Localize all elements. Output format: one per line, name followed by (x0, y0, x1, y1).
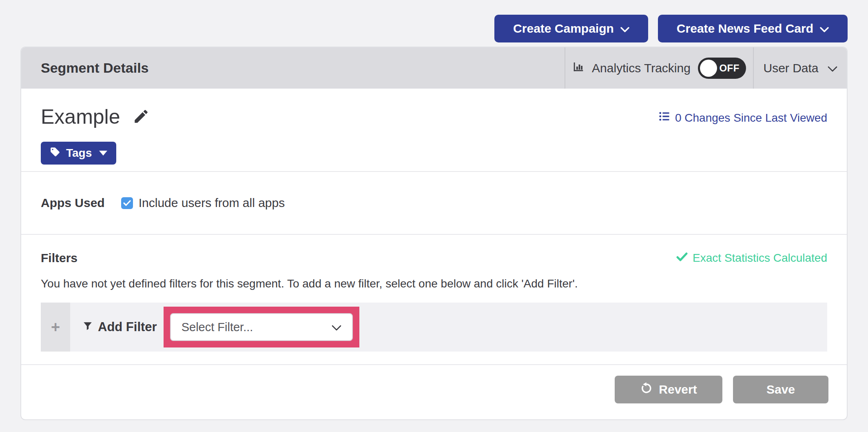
segment-name: Example (41, 105, 120, 129)
user-data-label: User Data (763, 61, 818, 75)
apps-used-section: Apps Used Include users from all apps (21, 172, 847, 235)
add-filter-button-label: Add Filter (98, 320, 157, 334)
filter-select[interactable]: Select Filter... (170, 313, 353, 341)
check-icon (676, 252, 688, 265)
create-news-feed-card-button[interactable]: Create News Feed Card (658, 15, 848, 42)
edit-segment-name-button[interactable] (133, 108, 150, 126)
filters-heading: Filters (41, 251, 78, 265)
segment-title-section: Example (21, 89, 847, 172)
user-data-dropdown[interactable]: User Data (753, 47, 847, 89)
revert-button[interactable]: Revert (615, 376, 722, 403)
card-footer: Revert Save (21, 365, 847, 419)
tags-button-label: Tags (66, 147, 92, 160)
card-header: Segment Details Analytics Tracking OFF (21, 47, 847, 89)
chevron-down-icon (332, 321, 341, 334)
chevron-down-icon (828, 61, 837, 75)
toggle-knob (700, 60, 717, 77)
revert-icon (640, 382, 652, 397)
create-campaign-label: Create Campaign (513, 22, 614, 36)
create-news-feed-card-label: Create News Feed Card (677, 22, 813, 36)
select-filter-highlight: Select Filter... (164, 307, 359, 347)
add-filter-plus-button[interactable]: + (41, 303, 70, 352)
changes-since-last-viewed-link[interactable]: 0 Changes Since Last Viewed (659, 111, 827, 125)
filters-empty-message: You have not yet defined filters for thi… (41, 277, 827, 290)
toggle-state-label: OFF (719, 62, 740, 74)
filter-select-placeholder: Select Filter... (182, 321, 253, 334)
list-icon (659, 111, 670, 125)
tags-button[interactable]: Tags (41, 142, 116, 165)
revert-button-label: Revert (659, 383, 697, 396)
exact-statistics-status: Exact Statistics Calculated (676, 252, 827, 265)
segment-details-card: Segment Details Analytics Tracking OFF (20, 47, 848, 420)
add-filter-button[interactable]: Add Filter (82, 320, 157, 334)
filters-section: Filters Exact Statistics Calculated You … (21, 235, 847, 365)
changes-link-label: 0 Changes Since Last Viewed (675, 111, 827, 125)
exact-statistics-label: Exact Statistics Calculated (693, 252, 827, 265)
page-title: Segment Details (21, 47, 565, 89)
plus-icon: + (51, 318, 60, 336)
checkbox-checked-icon (121, 197, 133, 209)
pencil-icon (133, 108, 150, 126)
chevron-down-icon (620, 22, 629, 36)
create-campaign-button[interactable]: Create Campaign (494, 15, 648, 42)
bar-chart-icon (572, 60, 585, 76)
analytics-tracking-label: Analytics Tracking (592, 61, 691, 75)
funnel-icon (82, 320, 93, 334)
chevron-down-icon (820, 22, 829, 36)
save-button-label: Save (766, 383, 795, 396)
analytics-tracking-toggle[interactable]: OFF (698, 58, 746, 79)
include-all-apps-label: Include users from all apps (139, 196, 285, 210)
analytics-tracking-block: Analytics Tracking OFF (565, 47, 753, 89)
apps-used-label: Apps Used (41, 196, 105, 210)
save-button[interactable]: Save (733, 376, 828, 403)
tag-icon (50, 147, 60, 160)
caret-down-icon (99, 151, 107, 156)
add-filter-row: + Add Filter Select Filter... (41, 303, 827, 352)
include-all-apps-checkbox[interactable]: Include users from all apps (121, 196, 285, 210)
top-action-bar: Create Campaign Create News Feed Card (494, 15, 848, 42)
